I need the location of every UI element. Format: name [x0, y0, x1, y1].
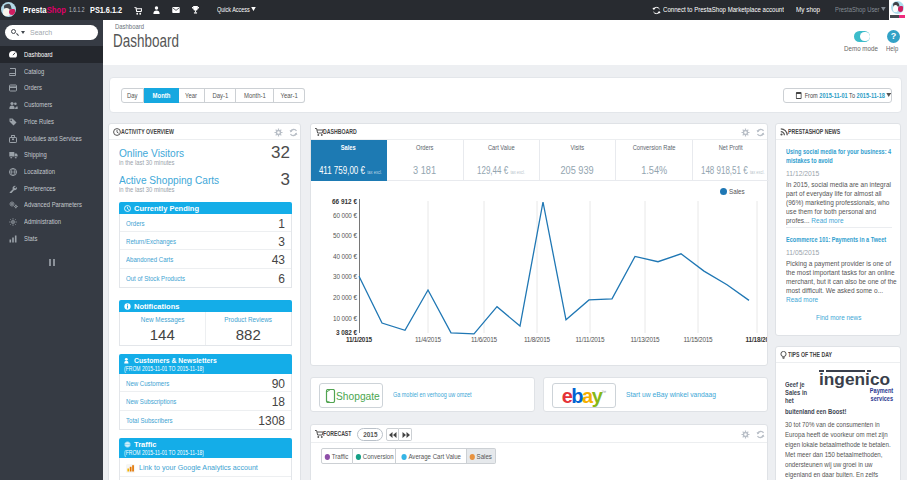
svg-text:60 000 €: 60 000 € [333, 212, 357, 219]
svg-text:40 000 €: 40 000 € [333, 253, 357, 260]
svg-text:20 000 €: 20 000 € [333, 294, 357, 301]
svg-text:11/15/2015: 11/15/2015 [684, 336, 713, 343]
svg-text:11/18/201: 11/18/201 [746, 336, 768, 343]
svg-text:30 000 €: 30 000 € [333, 273, 357, 280]
svg-text:11/8/2015: 11/8/2015 [524, 336, 550, 343]
svg-text:11/11/2015: 11/11/2015 [576, 336, 605, 343]
svg-text:11/13/2015: 11/13/2015 [631, 336, 660, 343]
svg-text:10 000 €: 10 000 € [333, 315, 357, 322]
svg-text:50 000 €: 50 000 € [333, 232, 357, 239]
svg-text:11/1/2015: 11/1/2015 [346, 336, 372, 343]
svg-text:11/6/2015: 11/6/2015 [471, 336, 497, 343]
svg-text:11/4/2015: 11/4/2015 [415, 336, 441, 343]
svg-text:3 082 €: 3 082 € [336, 329, 357, 336]
svg-text:66 912 €: 66 912 € [332, 198, 357, 205]
